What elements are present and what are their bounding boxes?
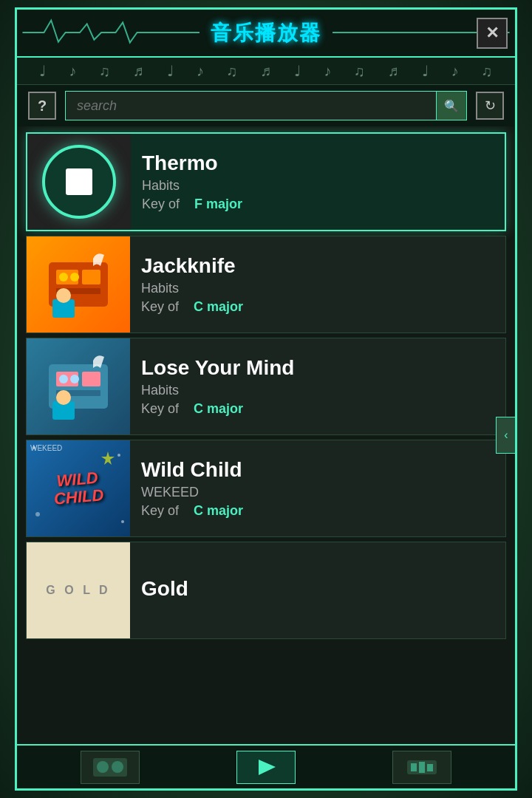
svg-marker-24 <box>259 760 276 775</box>
song-thumbnail-gold: G O L D <box>27 542 130 638</box>
song-item-lose-your-mind[interactable]: Lose Your Mind Habits Key of C major <box>26 338 506 435</box>
song-item-thermo[interactable]: Thermo Habits Key of F major <box>26 132 506 231</box>
song-info-thermo: Thermo Habits Key of F major <box>131 140 505 223</box>
song-artist-wild-child: WEKEED <box>141 485 494 500</box>
key-value-jackknife: C major <box>194 299 243 314</box>
note-icon-7: ♫ <box>227 63 238 80</box>
gold-thumb-label: G O L D <box>46 584 110 597</box>
song-info-jackknife: Jackknife Habits Key of C major <box>130 243 505 326</box>
song-info-wild-child: Wild Child WEKEED Key of C major <box>130 447 505 530</box>
svg-rect-10 <box>82 372 100 386</box>
svg-point-23 <box>112 761 123 773</box>
search-input[interactable] <box>65 91 467 120</box>
song-title-lose-your-mind: Lose Your Mind <box>141 356 494 380</box>
svg-rect-2 <box>82 270 100 284</box>
side-arrow-button[interactable]: ‹ <box>496 417 515 454</box>
svg-point-18 <box>35 512 40 516</box>
note-icon-10: ♪ <box>324 63 331 80</box>
stop-button-icon <box>66 168 92 195</box>
song-title-wild-child: Wild Child <box>141 458 494 482</box>
thermo-play-icon <box>42 145 116 219</box>
svg-point-4 <box>59 273 68 282</box>
wild-child-art-text: WILDCHILD <box>52 468 104 508</box>
note-icon-3: ♫ <box>99 63 110 80</box>
search-container: 🔍 <box>65 91 467 120</box>
song-key-wild-child: Key of C major <box>141 503 494 519</box>
song-artist-thermo: Habits <box>142 178 494 194</box>
key-prefix-jackknife: Key of <box>141 299 179 314</box>
svg-point-17 <box>117 454 120 457</box>
svg-rect-26 <box>411 763 417 771</box>
song-list: ‹ Thermo Habits Key of F major <box>17 126 515 744</box>
song-thumbnail-lose-your-mind <box>27 338 130 434</box>
song-item-jackknife[interactable]: Jackknife Habits Key of C major <box>26 236 506 333</box>
note-icon-11: ♫ <box>354 63 365 80</box>
svg-rect-28 <box>427 764 433 771</box>
song-info-gold: Gold <box>130 566 505 615</box>
close-button[interactable]: ✕ <box>477 18 508 49</box>
svg-point-15 <box>56 390 71 405</box>
song-key-thermo: Key of F major <box>142 197 494 212</box>
title-bar: 音乐播放器 ✕ <box>17 10 515 58</box>
jackknife-artwork <box>38 244 119 325</box>
note-icon-13: ♩ <box>422 62 429 80</box>
note-icon-15: ♫ <box>481 63 492 80</box>
key-value-wild-child: C major <box>194 503 243 518</box>
key-prefix-lose-your-mind: Key of <box>141 401 179 416</box>
search-icon: 🔍 <box>444 99 459 113</box>
note-icon-4: ♬ <box>133 63 144 80</box>
song-key-jackknife: Key of C major <box>141 299 494 315</box>
note-icon-12: ♬ <box>388 63 399 80</box>
svg-point-12 <box>59 375 68 383</box>
bottom-bar <box>17 744 515 788</box>
note-icon-9: ♩ <box>294 62 301 80</box>
song-thumbnail-thermo <box>27 134 131 230</box>
window-title: 音乐播放器 <box>200 19 332 47</box>
svg-marker-20 <box>101 451 115 465</box>
key-value-thermo: F major <box>194 197 242 211</box>
note-icon-6: ♪ <box>197 63 204 80</box>
controls-row: ? 🔍 ↻ <box>17 85 515 126</box>
wekeed-label: WEKEED <box>30 444 62 452</box>
svg-point-22 <box>97 761 109 773</box>
song-thumbnail-wild-child: WEKEED WILDCHILD <box>27 440 130 536</box>
song-item-wild-child[interactable]: WEKEED WILDCHILD Wild Child WEKEED Key o… <box>26 440 506 537</box>
svg-rect-27 <box>419 762 425 773</box>
note-icon-1: ♩ <box>39 62 46 80</box>
note-icon-2: ♪ <box>69 63 76 80</box>
song-thumbnail-jackknife <box>27 236 130 332</box>
key-value-lose-your-mind: C major <box>194 401 243 416</box>
song-item-gold[interactable]: G O L D Gold <box>26 542 506 639</box>
notes-bar: ♩ ♪ ♫ ♬ ♩ ♪ ♫ ♬ ♩ ♪ ♫ ♬ ♩ ♪ ♫ <box>17 58 515 85</box>
song-artist-lose-your-mind: Habits <box>141 383 494 398</box>
help-button[interactable]: ? <box>28 92 56 120</box>
key-prefix-wild-child: Key of <box>141 503 179 518</box>
song-title-thermo: Thermo <box>142 151 494 175</box>
note-icon-8: ♬ <box>260 63 271 80</box>
svg-point-7 <box>56 288 71 303</box>
song-key-lose-your-mind: Key of C major <box>141 401 494 417</box>
song-title-jackknife: Jackknife <box>141 254 494 278</box>
key-prefix-thermo: Key of <box>142 197 180 211</box>
song-title-gold: Gold <box>141 577 494 601</box>
bottom-icon-right <box>392 751 451 784</box>
svg-point-19 <box>121 520 124 523</box>
note-icon-14: ♪ <box>451 63 459 80</box>
note-icon-5: ♩ <box>167 62 174 80</box>
bottom-icon-left <box>81 751 140 784</box>
refresh-button[interactable]: ↻ <box>476 92 504 120</box>
search-button[interactable]: 🔍 <box>436 91 467 120</box>
svg-point-5 <box>70 273 79 282</box>
svg-point-13 <box>70 375 79 383</box>
song-info-lose-your-mind: Lose Your Mind Habits Key of C major <box>130 345 505 428</box>
song-artist-jackknife: Habits <box>141 281 494 296</box>
lose-your-mind-artwork <box>38 346 119 427</box>
bottom-icon-center[interactable] <box>236 751 296 784</box>
bottom-icon-left-art <box>92 754 129 780</box>
bottom-icon-center-art <box>248 754 284 780</box>
bottom-icon-right-art <box>403 754 440 780</box>
music-player-window: 音乐播放器 ✕ ♩ ♪ ♫ ♬ ♩ ♪ ♫ ♬ ♩ ♪ ♫ ♬ ♩ ♪ ♫ ? … <box>15 7 517 791</box>
